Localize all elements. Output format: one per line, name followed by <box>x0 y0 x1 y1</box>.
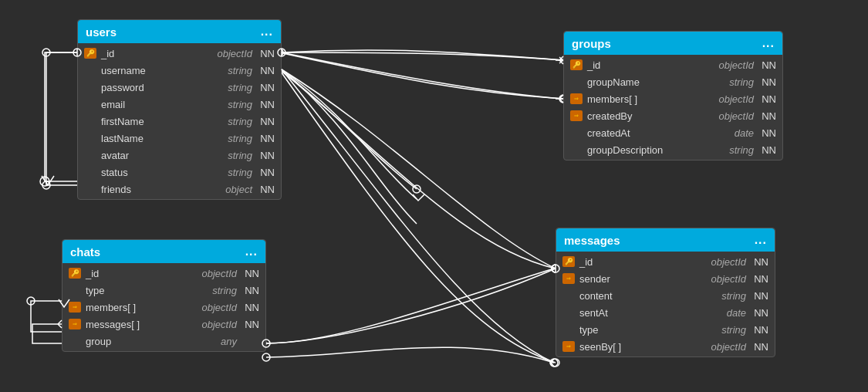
field-type: string <box>675 76 754 88</box>
field-name: type <box>86 285 171 296</box>
key-icon: 🔑 <box>69 268 81 279</box>
fk-icon: ⇒ <box>562 341 575 352</box>
field-type: string <box>189 167 252 178</box>
svg-point-1 <box>42 181 50 189</box>
field-type: objectId <box>667 256 746 268</box>
messages-table-header: messages ... <box>556 228 775 252</box>
field-name: firstName <box>101 116 186 127</box>
field-type: date <box>675 127 754 139</box>
field-nn: NN <box>240 285 259 296</box>
users-table-header: users ... <box>78 20 281 43</box>
groups-table-dots[interactable]: ... <box>762 36 775 50</box>
field-name: password <box>101 82 186 93</box>
field-name: groupName <box>587 76 672 88</box>
field-type: date <box>667 307 746 319</box>
field-name: _id <box>587 59 672 71</box>
field-type: objectId <box>189 48 252 59</box>
field-nn: NN <box>757 110 776 122</box>
field-name: lastName <box>101 133 186 144</box>
chats-table-body: 🔑 _id objectId NN type string NN ⇒ membe… <box>62 263 265 351</box>
table-row: type string NN <box>62 282 265 299</box>
field-name: messages[ ] <box>86 319 171 330</box>
field-name: sender <box>579 273 664 285</box>
key-icon: 🔑 <box>570 59 583 70</box>
field-nn: NN <box>255 116 275 127</box>
svg-point-33 <box>262 353 270 361</box>
groups-table-body: 🔑 _id objectId NN groupName string NN ⇒ … <box>564 55 782 160</box>
svg-line-28 <box>550 359 554 363</box>
chats-table-dots[interactable]: ... <box>245 245 258 259</box>
field-type: string <box>189 133 252 144</box>
table-row: ⇒ messages[ ] objectId NN <box>62 316 265 333</box>
field-nn: NN <box>240 302 259 313</box>
fk-icon: ⇒ <box>570 93 583 104</box>
field-nn: NN <box>749 324 768 336</box>
svg-point-8 <box>552 359 559 367</box>
field-type: string <box>189 82 252 93</box>
field-type: any <box>174 336 237 347</box>
groups-table: groups ... 🔑 _id objectId NN groupName s… <box>563 31 783 161</box>
field-nn: NN <box>255 184 275 195</box>
table-row: password string NN <box>78 79 281 96</box>
field-name: seenBy[ ] <box>579 341 664 353</box>
field-name: friends <box>101 184 186 195</box>
users-table-dots[interactable]: ... <box>261 25 273 39</box>
field-nn: NN <box>757 76 776 88</box>
svg-point-11 <box>27 297 35 305</box>
table-row: groupDescription string NN <box>564 141 782 158</box>
field-type: string <box>189 65 252 76</box>
field-name: createdBy <box>587 110 672 122</box>
field-nn: NN <box>255 48 275 59</box>
table-row: ⇒ sender objectId NN <box>556 270 775 287</box>
svg-point-0 <box>42 49 50 56</box>
field-type: string <box>174 285 237 296</box>
field-nn: NN <box>749 256 768 268</box>
table-row: 🔑 _id objectId NN <box>78 45 281 62</box>
users-table: users ... 🔑 _id objectId NN username str… <box>77 19 282 200</box>
table-row: groupName string NN <box>564 73 782 90</box>
messages-table-dots[interactable]: ... <box>755 233 767 247</box>
table-row: status string NN <box>78 164 281 181</box>
field-name: members[ ] <box>86 302 171 313</box>
messages-table-body: 🔑 _id objectId NN ⇒ sender objectId NN c… <box>556 252 775 357</box>
field-type: objectId <box>667 341 746 353</box>
table-row: firstName string NN <box>78 113 281 130</box>
field-nn: NN <box>757 127 776 139</box>
field-name: username <box>101 65 186 76</box>
svg-line-29 <box>550 363 554 367</box>
fk-icon: ⇒ <box>69 302 81 313</box>
field-type: string <box>189 116 252 127</box>
table-row: 🔑 _id objectId NN <box>62 265 265 282</box>
messages-table: messages ... 🔑 _id objectId NN ⇒ sender … <box>556 228 775 357</box>
field-type: string <box>189 150 252 161</box>
key-icon: 🔑 <box>562 256 575 267</box>
users-table-title: users <box>86 25 117 39</box>
svg-point-27 <box>550 359 558 367</box>
field-type: objectId <box>675 59 754 71</box>
table-row: ⇒ createdBy objectId NN <box>564 107 782 124</box>
field-name: createdAt <box>587 127 672 139</box>
field-name: content <box>579 290 664 302</box>
field-type: string <box>675 144 754 156</box>
table-row: createdAt date NN <box>564 124 782 141</box>
field-name: sentAt <box>579 307 664 319</box>
field-type: string <box>667 290 746 302</box>
table-row: ⇒ members[ ] objectId NN <box>564 90 782 107</box>
field-nn: NN <box>255 99 275 110</box>
field-nn: NN <box>240 319 259 330</box>
table-row: lastName string NN <box>78 130 281 147</box>
table-row: avatar string NN <box>78 147 281 164</box>
field-nn: NN <box>749 307 768 319</box>
field-type: object <box>189 184 252 195</box>
groups-table-header: groups ... <box>564 32 782 55</box>
field-nn: NN <box>749 341 768 353</box>
field-name: groupDescription <box>587 144 672 156</box>
svg-point-6 <box>413 185 420 193</box>
field-name: status <box>101 167 186 178</box>
users-table-body: 🔑 _id objectId NN username string NN pas… <box>78 43 281 199</box>
field-nn: NN <box>255 133 275 144</box>
table-row: 🔑 _id objectId NN <box>556 253 775 270</box>
table-row: friends object NN <box>78 181 281 198</box>
field-name: _id <box>579 256 664 268</box>
field-name: _id <box>86 268 171 279</box>
